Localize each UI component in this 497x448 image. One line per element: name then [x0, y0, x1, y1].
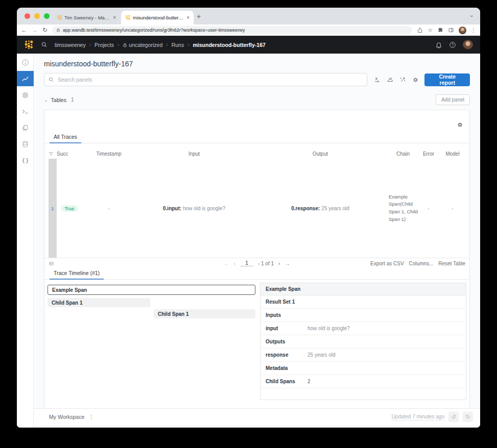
tab-trace-timeline[interactable]: Trace Timeline (#1)	[50, 270, 104, 280]
sidebar-item-overview[interactable]	[17, 55, 34, 70]
breadcrumb-projects[interactable]: Projects	[94, 42, 114, 48]
next-page-arrow-icon[interactable]: ›	[278, 261, 280, 266]
sidepanel-icon[interactable]	[448, 27, 454, 33]
browser-tab-inactive[interactable]: Tim Sweeney - Machine Learni ×	[53, 11, 120, 24]
cell-input: 0.input:how old is google?	[135, 159, 253, 258]
breadcrumb-runs[interactable]: Runs	[172, 42, 184, 48]
browser-menu-icon[interactable]: ⋮	[471, 28, 476, 33]
new-tab-button[interactable]: +	[197, 12, 201, 20]
search-panels-input[interactable]	[44, 73, 367, 86]
column-header-input[interactable]: Input	[135, 151, 253, 157]
columns-button[interactable]: Columns...	[409, 261, 434, 266]
column-header-chain[interactable]: Chain	[388, 151, 418, 157]
filter-funnel-icon[interactable]	[49, 151, 54, 156]
terminal-icon	[21, 108, 29, 115]
workspace-bottom-bar: My Workspace ⋮ Updated 7 minutes ago ↺ ↻	[34, 408, 480, 425]
panel-settings-gear-icon[interactable]	[457, 121, 463, 128]
breadcrumb-project[interactable]: uncategorized	[123, 42, 162, 48]
reset-table-button[interactable]: Reset Table	[438, 261, 465, 266]
browser-tab-active[interactable]: misunderstood-butterfly-167 | ×	[121, 11, 194, 24]
sidebar-item-system[interactable]	[17, 87, 34, 103]
zoom-window-button[interactable]	[44, 13, 50, 19]
last-page-arrow-icon[interactable]: →	[285, 261, 290, 266]
updated-timestamp: Updated 7 minutes ago	[392, 414, 444, 420]
files-icon	[21, 124, 29, 132]
workspace-menu-icon[interactable]: ⋮	[88, 414, 94, 420]
address-bar[interactable]: app.wandb.test/timssweeney/uncategorized…	[52, 26, 412, 34]
tab-search-chevron-icon[interactable]: ⌄	[469, 12, 474, 18]
sidebar-item-logs[interactable]	[17, 104, 34, 119]
column-header-timestamp[interactable]: Timestamp	[82, 151, 135, 157]
smoothing-icon[interactable]	[387, 77, 393, 83]
magic-wand-icon[interactable]	[399, 77, 406, 83]
column-header-success[interactable]: Succ	[57, 151, 82, 157]
search-icon[interactable]	[41, 41, 48, 48]
column-header-model[interactable]: Model	[439, 151, 466, 157]
cell-timestamp: -	[82, 159, 135, 258]
column-header-error[interactable]: Error	[418, 151, 439, 157]
sidebar-item-files[interactable]	[17, 120, 34, 135]
breadcrumb-separator: ›	[187, 42, 189, 47]
detail-key: input	[266, 326, 307, 331]
output-value: 25 years old	[321, 206, 349, 211]
share-icon[interactable]	[417, 27, 423, 33]
timeline-span-child1[interactable]: Child Span 1	[48, 298, 150, 307]
timeline-span-child2[interactable]: Child Span 1	[154, 309, 255, 318]
prev-page-arrow-icon[interactable]: ‹	[234, 261, 235, 266]
column-header-output[interactable]: Output	[253, 151, 388, 157]
span-detail-title: Example Span	[261, 283, 466, 295]
cell-error: -	[418, 159, 439, 258]
breadcrumb-user[interactable]: timssweeney	[55, 42, 86, 48]
forward-button[interactable]: →	[32, 27, 38, 33]
section-collapse-chevron-icon[interactable]: ⌄	[44, 97, 48, 103]
trace-timeline: Example Span Child Span 1 Child Span 1 E…	[44, 280, 469, 410]
create-report-button[interactable]: Create report	[424, 73, 470, 86]
redo-button[interactable]: ↻	[463, 412, 473, 422]
wandb-favicon-icon	[57, 15, 62, 20]
back-button[interactable]: ←	[21, 27, 27, 33]
user-avatar[interactable]	[463, 40, 473, 50]
tab-close-icon[interactable]: ×	[113, 15, 116, 20]
breadcrumb-run-name[interactable]: misunderstood-butterfly-167	[193, 42, 266, 48]
reload-button[interactable]: ↻	[42, 27, 48, 33]
sidebar-item-charts[interactable]	[17, 71, 34, 86]
tab-title: misunderstood-butterfly-167 |	[133, 15, 184, 20]
cell-success: True	[57, 159, 82, 258]
x-axis-settings-icon[interactable]	[374, 77, 381, 83]
table-row[interactable]: 1 True - 0.input:how old is google? 0.re…	[44, 159, 469, 258]
settings-gear-icon[interactable]	[412, 77, 419, 83]
output-key: 0.response:	[291, 206, 320, 211]
detail-value: 25 years old	[307, 352, 335, 358]
add-panel-button[interactable]: Add panel	[436, 94, 470, 105]
help-icon[interactable]	[449, 41, 456, 48]
sidebar-item-config[interactable]: { }	[17, 153, 34, 168]
extensions-puzzle-icon[interactable]	[437, 27, 443, 33]
row-index[interactable]: 1	[49, 159, 57, 258]
undo-button[interactable]: ↺	[448, 412, 459, 422]
section-label[interactable]: Tables	[51, 97, 66, 103]
outputs-heading: Outputs	[261, 335, 466, 349]
database-icon	[21, 140, 29, 148]
page-number-input[interactable]: 1	[240, 260, 253, 266]
notifications-bell-icon[interactable]	[435, 41, 442, 48]
close-window-button[interactable]	[25, 13, 30, 19]
detail-value: how old is google?	[307, 326, 350, 331]
bookmark-star-icon[interactable]: ☆	[428, 28, 433, 33]
detail-row-response: response 25 years old	[261, 349, 466, 362]
first-page-arrow-icon[interactable]: ←	[224, 261, 229, 266]
export-csv-button[interactable]: Export as CSV	[370, 261, 404, 266]
browser-profile-avatar[interactable]	[459, 27, 466, 34]
metadata-heading: Metadata	[261, 362, 466, 375]
cell-output: 0.response:25 years old	[253, 159, 388, 258]
info-icon	[21, 59, 29, 66]
tab-all-traces[interactable]: All Traces	[50, 134, 81, 143]
window-controls	[25, 13, 50, 19]
tab-close-icon[interactable]: ×	[186, 15, 190, 20]
detail-key: Child Spans	[266, 379, 307, 384]
wandb-logo-icon[interactable]	[24, 40, 34, 49]
minimize-window-button[interactable]	[34, 13, 40, 19]
timeline-span-example[interactable]: Example Span	[48, 285, 255, 295]
sidebar-item-artifacts[interactable]	[17, 136, 34, 152]
run-title: misunderstood-butterfly-167	[44, 60, 470, 68]
workspace-selector[interactable]: My Workspace	[49, 414, 84, 420]
